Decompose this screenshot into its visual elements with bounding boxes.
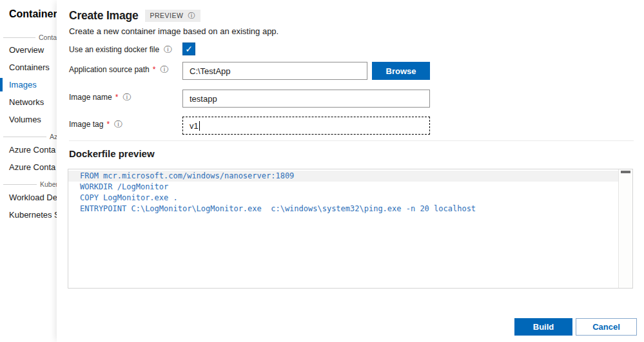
page-title: Create Image xyxy=(69,9,139,23)
field-label: Application source path xyxy=(69,65,150,74)
field-label-row: Application source path * ⓘ xyxy=(69,65,168,74)
dockerfile-code: FROM mcr.microsoft.com/windows/nanoserve… xyxy=(68,171,619,214)
checkmark-icon: ✓ xyxy=(185,44,193,54)
dockerfile-preview-heading: Dockerfile preview xyxy=(69,148,155,159)
info-icon[interactable]: ⓘ xyxy=(122,93,131,102)
app: { "accent_color": "#0067b8", "code_color… xyxy=(0,0,644,342)
text-cursor xyxy=(199,121,200,131)
section-divider xyxy=(69,140,634,141)
divider xyxy=(3,184,37,185)
page-subtitle: Create a new container image based on an… xyxy=(69,26,278,36)
code-line: COPY LogMonitor.exe . xyxy=(68,193,619,204)
field-label-row: Image tag * ⓘ xyxy=(69,120,122,129)
scrollbar-thumb[interactable] xyxy=(621,171,630,173)
info-icon[interactable]: ⓘ xyxy=(114,120,122,129)
cancel-button[interactable]: Cancel xyxy=(576,318,637,336)
preview-badge-label: PREVIEW xyxy=(150,12,184,19)
page-header: Create Image PREVIEW ⓘ xyxy=(69,9,200,23)
required-marker: * xyxy=(115,93,119,102)
image-name-input[interactable] xyxy=(182,90,430,108)
dockerfile-preview-editor[interactable]: FROM mcr.microsoft.com/windows/nanoserve… xyxy=(68,169,633,289)
info-icon[interactable]: ⓘ xyxy=(188,12,195,19)
preview-badge: PREVIEW ⓘ xyxy=(145,10,200,22)
field-label: Use an existing docker file xyxy=(69,45,159,54)
info-icon[interactable]: ⓘ xyxy=(160,66,168,74)
sidebar-title: Containers xyxy=(9,8,63,20)
browse-button[interactable]: Browse xyxy=(372,62,430,80)
field-label-row: Image name * ⓘ xyxy=(69,93,131,102)
build-button[interactable]: Build xyxy=(514,318,572,336)
field-label-row: Use an existing docker file ⓘ xyxy=(69,45,172,54)
application-source-path-input[interactable] xyxy=(182,62,367,80)
divider xyxy=(3,137,46,137)
use-docker-file-checkbox[interactable]: ✓ xyxy=(182,43,195,55)
field-label: Image name xyxy=(69,93,112,102)
image-tag-value: v1 xyxy=(190,121,199,131)
create-image-panel: Create Image PREVIEW ⓘ Create a new cont… xyxy=(57,0,644,342)
code-line: FROM mcr.microsoft.com/windows/nanoserve… xyxy=(68,171,619,182)
info-icon[interactable]: ⓘ xyxy=(164,46,172,54)
required-marker: * xyxy=(153,65,156,74)
code-line: WORKDIR /LogMonitor xyxy=(68,182,619,193)
required-marker: * xyxy=(106,120,110,129)
divider xyxy=(3,37,35,38)
image-tag-input[interactable]: v1 xyxy=(182,117,430,135)
field-label: Image tag xyxy=(69,120,103,129)
vertical-scrollbar[interactable] xyxy=(618,169,632,288)
code-line: ENTRYPOINT C:\LogMonitor\LogMonitor.exe … xyxy=(68,204,619,214)
